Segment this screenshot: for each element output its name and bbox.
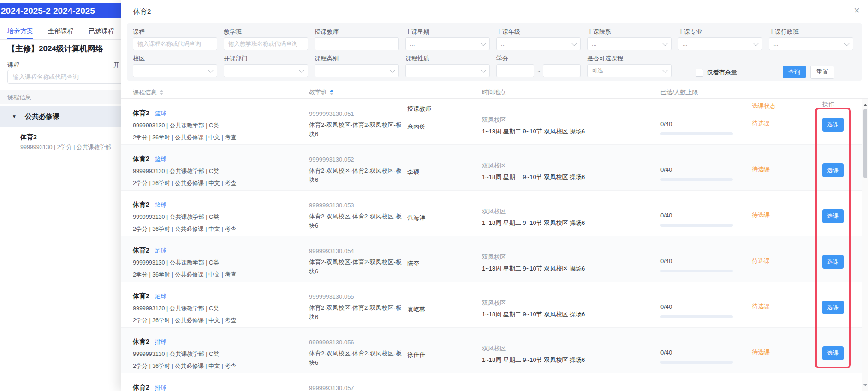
- chevron-down-icon: [844, 41, 849, 46]
- caret-down-icon: [330, 93, 333, 95]
- filter-label-course: 课程: [133, 28, 217, 36]
- select-course-button[interactable]: 选课: [822, 163, 844, 177]
- filter-label-teacher: 授课教师: [315, 28, 399, 36]
- course-title-line: 体育2篮球: [133, 109, 309, 118]
- filter-field-teaching-class: 教学班输入教学班名称或代码查询: [224, 28, 308, 50]
- class-name: 体育2-双凤校区-体育2-双凤校区-板块6: [309, 303, 407, 322]
- filter-major-select[interactable]: ...: [678, 37, 762, 50]
- course-detail-line: 2学分 | 36学时 | 公共必修课 | 中文 | 考查: [133, 362, 309, 370]
- filter-teaching-class-input[interactable]: 输入教学班名称或代码查询: [224, 37, 308, 50]
- plan-heading: 【主修】2024级计算机网络: [7, 43, 121, 54]
- course-title-line: 体育2篮球: [133, 201, 309, 209]
- teacher-cell: [407, 373, 482, 391]
- class-code: 9999993130.057: [309, 385, 407, 391]
- select-value: ...: [228, 67, 300, 74]
- filter-course-category-select[interactable]: ...: [315, 64, 399, 77]
- category-row[interactable]: ▼ 公共必修课: [0, 106, 121, 127]
- filter-grade-select[interactable]: ...: [496, 37, 581, 50]
- range-separator: ~: [537, 67, 541, 74]
- tab-培养方案[interactable]: 培养方案: [7, 24, 33, 39]
- table-row: 体育2足球9999993130 | 公共课教学部 | C类2学分 | 36学时 …: [121, 282, 868, 328]
- select-course-button[interactable]: 选课: [822, 346, 844, 360]
- status-cell: 待选课: [752, 282, 822, 327]
- select-course-button[interactable]: 选课: [822, 301, 844, 314]
- filter-field-admin-class: 上课行政班...: [769, 28, 853, 50]
- query-button[interactable]: 查询: [783, 66, 806, 78]
- table-header-row: 课程信息教学班授课教师时间地点已选/人数上限选课状态操作: [121, 86, 868, 99]
- scrollbar-thumb[interactable]: [863, 109, 867, 178]
- sidebar-course-name[interactable]: 体育2: [20, 133, 37, 142]
- teacher-cell: 佘丙炎: [407, 99, 482, 144]
- class-code: 9999993130.051: [309, 110, 407, 117]
- capacity-cell: 0/40: [660, 191, 752, 236]
- column-header-2[interactable]: 教学班: [309, 86, 407, 98]
- only-available-label: 仅看有余量: [707, 68, 737, 77]
- course-code-line: 9999993130 | 公共课教学部 | C类: [133, 305, 309, 313]
- course-tag: 排球: [155, 384, 166, 391]
- sidebar-course-meta: 9999993130 | 2学分 | 公共课教学部: [20, 144, 111, 151]
- capacity-cell: 0/40: [660, 145, 752, 190]
- filter-course-nature-select[interactable]: ...: [405, 64, 490, 77]
- filter-label-course-nature: 课程性质: [405, 54, 490, 62]
- course-code-line: 9999993130 | 公共课教学部 | C类: [133, 259, 309, 267]
- sort-icon[interactable]: [160, 90, 163, 95]
- course-tag: 排球: [155, 338, 166, 346]
- filter-credit-max-input[interactable]: [543, 64, 581, 77]
- filter-campus-select[interactable]: ...: [133, 64, 217, 77]
- select-course-button[interactable]: 选课: [822, 118, 844, 132]
- table-row: 体育2排球9999993130 | 公共课教学部 | C类2学分 | 36学时 …: [121, 328, 868, 373]
- column-header-1[interactable]: 课程信息: [133, 86, 309, 98]
- sort-icon[interactable]: [330, 90, 333, 95]
- time-place-cell: 双凤校区1~18周 星期二 9~10节 双凤校区 操场6: [482, 99, 660, 144]
- filter-field-selectable: 是否可选课程可选: [587, 54, 672, 79]
- course-code-line: 9999993130 | 公共课教学部 | C类: [133, 350, 309, 358]
- filter-label-selectable: 是否可选课程: [587, 54, 672, 62]
- course-info-cell: 体育2篮球9999993130 | 公共课教学部 | C类2学分 | 36学时 …: [133, 191, 309, 236]
- campus-name: 双凤校区: [482, 145, 660, 170]
- select-course-button[interactable]: 选课: [822, 255, 844, 269]
- semester-bar[interactable]: 2024-2025-2 2024-2025: [0, 3, 121, 18]
- chevron-down-icon: [481, 41, 486, 46]
- expand-triangle-icon: ▼: [12, 114, 17, 119]
- schedule-text: 1~18周 星期二 9~10节 双凤校区 操场6: [482, 173, 660, 181]
- class-code: 9999993130.056: [309, 339, 407, 346]
- filter-selectable-select[interactable]: 可选: [587, 64, 672, 77]
- course-detail-line: 2学分 | 36学时 | 公共必修课 | 中文 | 考查: [133, 225, 309, 233]
- teacher-cell: 范海洋: [407, 191, 482, 236]
- filter-admin-class-select[interactable]: ...: [769, 37, 853, 50]
- scroll-up-icon[interactable]: [863, 102, 867, 106]
- course-code-line: 9999993130 | 公共课教学部 | C类: [133, 213, 309, 221]
- filter-label-teaching-class: 教学班: [224, 28, 308, 36]
- close-icon[interactable]: ×: [854, 6, 860, 16]
- filter-label-grade: 上课年级: [496, 28, 581, 36]
- course-detail-line: 2学分 | 36学时 | 公共必修课 | 中文 | 考查: [133, 180, 309, 187]
- filter-course-input[interactable]: 输入课程名称或代码查询: [133, 37, 217, 50]
- time-place-cell: 双凤校区1~18周 星期二 9~10节 双凤校区 操场6: [482, 145, 660, 190]
- reset-button[interactable]: 重置: [810, 66, 834, 79]
- tab-已选课程[interactable]: 已选课程: [89, 24, 114, 39]
- scrollbar[interactable]: [862, 99, 868, 391]
- filter-field-course-nature: 课程性质...: [405, 54, 490, 79]
- course-tag: 足球: [155, 293, 166, 301]
- course-title-line: 体育2排球: [133, 384, 309, 391]
- seats-count: 0/40: [660, 282, 752, 310]
- scroll-down-icon[interactable]: [863, 384, 867, 388]
- course-search-input[interactable]: 输入课程名称或代码查询: [7, 70, 121, 84]
- only-available-checkbox[interactable]: [696, 69, 703, 77]
- tab-全部课程[interactable]: 全部课程: [48, 24, 74, 39]
- filter-department-select[interactable]: ...: [224, 64, 308, 77]
- status-cell: 待选课: [752, 191, 822, 236]
- filter-credit-min-input[interactable]: [496, 64, 534, 77]
- filter-weekday-select[interactable]: ...: [405, 37, 490, 50]
- time-place-cell: 双凤校区1~18周 星期二 9~10节 双凤校区 操场6: [482, 282, 660, 327]
- course-code-line: 9999993130 | 公共课教学部 | C类: [133, 168, 309, 175]
- campus-name: 双凤校区: [482, 282, 660, 307]
- select-course-button[interactable]: 选课: [822, 209, 844, 223]
- caret-down-icon: [160, 93, 163, 95]
- schedule-text: 1~18周 星期二 9~10节 双凤校区 操场6: [482, 265, 660, 273]
- filter-faculty-select[interactable]: ...: [587, 37, 672, 50]
- course-tag: 足球: [155, 247, 166, 255]
- caret-up-icon: [330, 90, 333, 92]
- capacity-cell: [660, 373, 752, 391]
- filter-teacher-input[interactable]: [315, 37, 399, 50]
